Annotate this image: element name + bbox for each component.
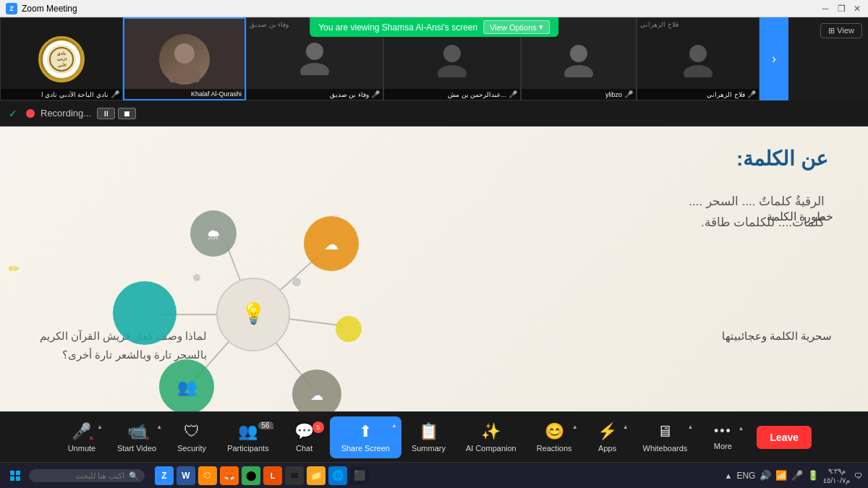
svg-rect-37 xyxy=(16,471,20,475)
taskbar-app-word[interactable]: W xyxy=(176,466,195,485)
whiteboards-icon: 🖥 xyxy=(657,422,673,441)
participant-top-name-3: وفاء بن صديق xyxy=(250,21,289,28)
toolbar: 🎤 ✕ Unmute ▲ 📹 ✕ Start Video ▲ 🛡 Securit… xyxy=(0,411,868,462)
app-window: Z Zoom Meeting ─ ❐ ✕ You are viewing Sha… xyxy=(0,0,868,488)
pencil-tool-icon[interactable]: ✏ xyxy=(9,261,20,277)
ai-companion-icon: ✨ xyxy=(481,422,501,441)
tray-mic-icon[interactable]: 🎤 xyxy=(791,470,803,481)
participant-name-4: 🎤 ...عبدالرحمن بن مش xyxy=(384,89,520,100)
share-screen-icon: ⬆ xyxy=(359,422,372,441)
whiteboards-arrow-icon: ▲ xyxy=(687,424,693,430)
taskbar-search-icon: 🔍 xyxy=(129,471,139,480)
taskbar-app-icons: Z W ⬡ 🦊 ⬤ L ✉ 📁 🌐 xyxy=(155,466,369,485)
taskbar-app-firefox[interactable]: 🦊 xyxy=(220,466,239,485)
participant-top-name-6: فلاح الزهراني xyxy=(640,21,678,28)
participant-initials-5 xyxy=(559,38,599,80)
close-button[interactable]: ✕ xyxy=(852,4,862,14)
taskbar-clock: م٩:٢٩ م٤٥/١٠/٧ xyxy=(823,466,850,485)
summary-button[interactable]: 📋 Summary xyxy=(401,418,456,457)
leave-button[interactable]: Leave xyxy=(757,426,812,449)
apps-button[interactable]: ⚡ Apps ▲ xyxy=(582,418,633,457)
viewing-text: You are viewing Shamsa Al-Ansi's screen xyxy=(318,22,477,33)
more-dots-icon: ••• xyxy=(714,424,732,439)
svg-text:💡: 💡 xyxy=(241,301,266,325)
start-video-label: Start Video xyxy=(117,444,156,453)
svg-point-6 xyxy=(169,67,200,82)
taskbar-search[interactable]: 🔍 xyxy=(29,468,145,482)
svg-text:نادي: نادي xyxy=(57,51,66,56)
taskbar-app-settings[interactable]: ⬛ xyxy=(350,466,369,485)
recording-controls: ⏸ ⏹ xyxy=(97,108,136,119)
windows-start-button[interactable] xyxy=(6,466,25,485)
main-meeting-area: You are viewing Shamsa Al-Ansi's screen … xyxy=(0,17,868,462)
unmute-label: Unmute xyxy=(68,444,96,453)
restore-button[interactable]: ❐ xyxy=(836,4,846,14)
mind-map-svg: 💡 🌧 ☁ ☁ 👥 xyxy=(72,184,434,411)
taskbar-app-lacerte[interactable]: L xyxy=(263,466,282,485)
reactions-button[interactable]: 😊 Reactions ▲ xyxy=(527,418,582,457)
svg-rect-38 xyxy=(10,476,14,481)
reactions-icon: 😊 xyxy=(545,422,564,441)
participants-button[interactable]: 👥 Participants ▲ 56 xyxy=(217,418,278,457)
svg-point-14 xyxy=(684,65,712,77)
svg-point-8 xyxy=(300,63,329,75)
chat-button[interactable]: 💬 Chat ▲ 5 xyxy=(279,418,330,457)
taskbar-app-chrome[interactable]: ⬤ xyxy=(242,466,260,485)
more-label: More xyxy=(714,442,732,450)
ai-companion-button[interactable]: ✨ AI Companion xyxy=(456,418,527,457)
taskbar-app-mail[interactable]: ✉ xyxy=(285,466,304,485)
svg-point-33 xyxy=(292,278,301,286)
tray-notification-icon[interactable]: 🗨 xyxy=(854,471,862,480)
reactions-label: Reactions xyxy=(537,444,572,453)
tray-battery-icon: 🔋 xyxy=(807,470,819,481)
view-options-button[interactable]: View Options ▾ xyxy=(483,20,550,34)
view-corner-button[interactable]: ⊞ View xyxy=(820,23,862,38)
svg-text:🌧: 🌧 xyxy=(206,226,221,242)
tray-volume-icon[interactable]: 🔊 xyxy=(760,470,771,481)
svg-text:الباحة: الباحة xyxy=(57,57,67,61)
svg-point-7 xyxy=(306,43,323,60)
app-title: Zoom Meeting xyxy=(22,4,77,14)
recording-pause-button[interactable]: ⏸ xyxy=(97,108,115,119)
taskbar-search-input[interactable] xyxy=(29,469,145,482)
recording-bar: ✓ Recording... ⏸ ⏹ xyxy=(0,100,868,127)
minimize-button[interactable]: ─ xyxy=(820,4,830,14)
share-screen-button[interactable]: ⬆ Share Screen ▲ xyxy=(330,416,401,458)
video-arrow-icon: ▲ xyxy=(156,424,162,430)
participants-scroll-arrow[interactable]: › xyxy=(760,17,788,100)
participant-name-2: Khalaf Al-Qurashi xyxy=(124,89,244,99)
participants-icon: 👥 xyxy=(238,422,258,441)
tray-arrow[interactable]: ▲ xyxy=(725,471,733,480)
svg-point-5 xyxy=(174,43,195,64)
mic-slash-icon: ✕ xyxy=(89,435,94,442)
start-video-button[interactable]: 📹 ✕ Start Video ▲ xyxy=(107,418,166,457)
summary-icon: 📋 xyxy=(419,422,438,441)
svg-point-27 xyxy=(336,316,362,342)
participant-tile: 🎤 فلاح الزهراني فلاح الزهراني xyxy=(637,17,760,100)
video-slash-icon: ✕ xyxy=(145,435,150,442)
participant-initials-4 xyxy=(433,38,472,80)
tray-network-icon[interactable]: 📶 xyxy=(775,470,787,481)
participants-label: Participants xyxy=(227,444,268,453)
content-section: ✓ Recording... ⏸ ⏹ ✏ عن الكلمة: xyxy=(0,100,868,411)
more-button[interactable]: ••• More ▲ xyxy=(697,419,748,455)
svg-text:☁: ☁ xyxy=(310,388,323,403)
slide-title: عن الكلمة: xyxy=(736,147,828,171)
viewing-banner: You are viewing Shamsa Al-Ansi's screen … xyxy=(310,17,558,37)
participant-tile: نادي الباحة الأدبي 🎤 نادي الباحة الأدبي … xyxy=(0,17,123,100)
svg-text:الأدبي: الأدبي xyxy=(58,62,67,67)
taskbar-app-zoom[interactable]: Z xyxy=(155,466,174,485)
whiteboards-button[interactable]: 🖥 Whiteboards ▲ xyxy=(633,418,698,457)
node-label-bottom: سحرية الكلمة وعجائبيتها xyxy=(722,330,832,343)
unmute-button[interactable]: 🎤 ✕ Unmute ▲ xyxy=(56,418,107,457)
taskbar-app-edge[interactable]: 🌐 xyxy=(328,466,347,485)
taskbar-app-folder[interactable]: 📁 xyxy=(307,466,326,485)
svg-point-35 xyxy=(336,322,344,329)
security-button[interactable]: 🛡 Security xyxy=(166,418,217,457)
svg-text:👥: 👥 xyxy=(177,377,197,397)
security-label: Security xyxy=(177,444,206,453)
org-logo: نادي الباحة الأدبي xyxy=(38,36,85,82)
recording-stop-button[interactable]: ⏹ xyxy=(118,108,136,119)
taskbar-app-office[interactable]: ⬡ xyxy=(198,466,217,485)
participant-name-6: 🎤 فلاح الزهراني xyxy=(637,89,759,100)
